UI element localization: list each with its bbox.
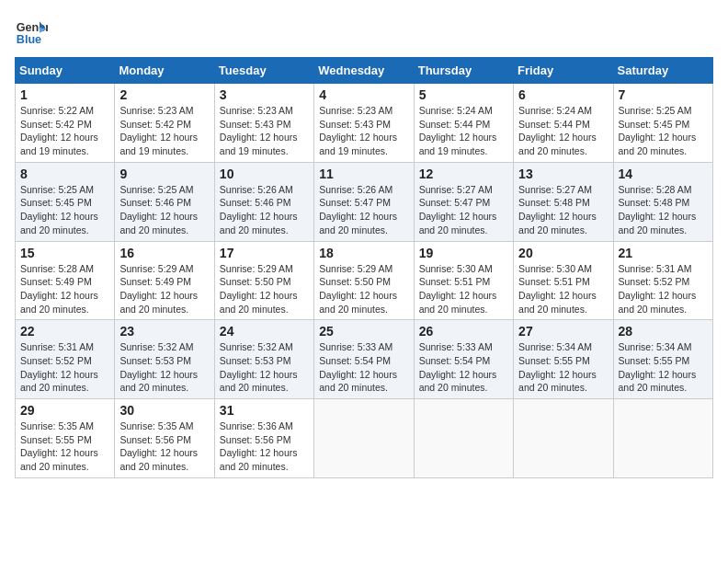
- day-info: Sunrise: 5:29 AM Sunset: 5:49 PM Dayligh…: [119, 262, 209, 316]
- calendar-cell: 23Sunrise: 5:32 AM Sunset: 5:53 PM Dayli…: [115, 320, 214, 399]
- logo: General Blue: [15, 15, 48, 48]
- day-number: 22: [20, 324, 109, 339]
- day-info: Sunrise: 5:31 AM Sunset: 5:52 PM Dayligh…: [20, 340, 109, 395]
- calendar-week-1: 1Sunrise: 5:22 AM Sunset: 5:42 PM Daylig…: [16, 84, 713, 163]
- day-info: Sunrise: 5:27 AM Sunset: 5:47 PM Dayligh…: [419, 183, 508, 237]
- calendar-cell: [613, 399, 712, 478]
- calendar-cell: 19Sunrise: 5:30 AM Sunset: 5:51 PM Dayli…: [414, 241, 513, 320]
- day-number: 18: [319, 246, 408, 260]
- day-info: Sunrise: 5:25 AM Sunset: 5:45 PM Dayligh…: [619, 104, 708, 158]
- day-info: Sunrise: 5:26 AM Sunset: 5:47 PM Dayligh…: [319, 183, 408, 237]
- day-info: Sunrise: 5:34 AM Sunset: 5:55 PM Dayligh…: [518, 340, 608, 395]
- day-info: Sunrise: 5:25 AM Sunset: 5:46 PM Dayligh…: [119, 183, 209, 237]
- day-number: 29: [20, 403, 109, 418]
- calendar-cell: 24Sunrise: 5:32 AM Sunset: 5:53 PM Dayli…: [214, 320, 313, 399]
- day-info: Sunrise: 5:23 AM Sunset: 5:42 PM Dayligh…: [119, 104, 209, 158]
- calendar-cell: 29Sunrise: 5:35 AM Sunset: 5:55 PM Dayli…: [16, 399, 115, 478]
- calendar-cell: 6Sunrise: 5:24 AM Sunset: 5:44 PM Daylig…: [514, 84, 613, 163]
- day-number: 24: [220, 324, 309, 339]
- day-number: 23: [119, 324, 209, 339]
- day-number: 30: [119, 403, 209, 418]
- day-info: Sunrise: 5:24 AM Sunset: 5:44 PM Dayligh…: [419, 104, 508, 158]
- calendar-table: SundayMondayTuesdayWednesdayThursdayFrid…: [15, 57, 713, 478]
- calendar-cell: 1Sunrise: 5:22 AM Sunset: 5:42 PM Daylig…: [16, 84, 115, 163]
- logo-icon: General Blue: [15, 15, 48, 48]
- calendar-cell: 31Sunrise: 5:36 AM Sunset: 5:56 PM Dayli…: [214, 399, 313, 478]
- day-info: Sunrise: 5:29 AM Sunset: 5:50 PM Dayligh…: [220, 262, 309, 316]
- day-info: Sunrise: 5:25 AM Sunset: 5:45 PM Dayligh…: [20, 183, 109, 237]
- calendar-cell: 22Sunrise: 5:31 AM Sunset: 5:52 PM Dayli…: [16, 320, 115, 399]
- svg-text:Blue: Blue: [17, 33, 41, 46]
- day-number: 3: [220, 87, 309, 102]
- calendar-cell: 16Sunrise: 5:29 AM Sunset: 5:49 PM Dayli…: [115, 241, 214, 320]
- day-number: 13: [518, 167, 608, 181]
- day-number: 14: [619, 167, 708, 181]
- day-number: 2: [119, 87, 209, 102]
- day-number: 1: [20, 87, 109, 102]
- day-info: Sunrise: 5:35 AM Sunset: 5:56 PM Dayligh…: [119, 419, 209, 474]
- calendar-cell: 5Sunrise: 5:24 AM Sunset: 5:44 PM Daylig…: [414, 84, 513, 163]
- calendar-cell: 20Sunrise: 5:30 AM Sunset: 5:51 PM Dayli…: [514, 241, 613, 320]
- calendar-cell: 18Sunrise: 5:29 AM Sunset: 5:50 PM Dayli…: [314, 241, 414, 320]
- calendar-cell: 8Sunrise: 5:25 AM Sunset: 5:45 PM Daylig…: [16, 162, 115, 241]
- day-info: Sunrise: 5:33 AM Sunset: 5:54 PM Dayligh…: [319, 340, 408, 395]
- day-info: Sunrise: 5:30 AM Sunset: 5:51 PM Dayligh…: [518, 262, 608, 316]
- day-number: 10: [220, 167, 309, 181]
- day-number: 4: [319, 87, 408, 102]
- day-number: 5: [419, 87, 508, 102]
- day-number: 20: [518, 246, 608, 260]
- day-number: 12: [419, 167, 508, 181]
- calendar-cell: [414, 399, 513, 478]
- day-info: Sunrise: 5:35 AM Sunset: 5:55 PM Dayligh…: [20, 419, 109, 474]
- day-number: 6: [518, 87, 608, 102]
- day-info: Sunrise: 5:23 AM Sunset: 5:43 PM Dayligh…: [220, 104, 309, 158]
- day-number: 17: [220, 246, 309, 260]
- day-info: Sunrise: 5:29 AM Sunset: 5:50 PM Dayligh…: [319, 262, 408, 316]
- calendar-cell: 13Sunrise: 5:27 AM Sunset: 5:48 PM Dayli…: [514, 162, 613, 241]
- day-info: Sunrise: 5:30 AM Sunset: 5:51 PM Dayligh…: [419, 262, 508, 316]
- calendar-week-3: 15Sunrise: 5:28 AM Sunset: 5:49 PM Dayli…: [16, 241, 713, 320]
- page-header: General Blue: [15, 15, 713, 48]
- calendar-cell: 12Sunrise: 5:27 AM Sunset: 5:47 PM Dayli…: [414, 162, 513, 241]
- day-number: 11: [319, 167, 408, 181]
- calendar-cell: 26Sunrise: 5:33 AM Sunset: 5:54 PM Dayli…: [414, 320, 513, 399]
- day-info: Sunrise: 5:27 AM Sunset: 5:48 PM Dayligh…: [518, 183, 608, 237]
- calendar-cell: [514, 399, 613, 478]
- calendar-cell: 7Sunrise: 5:25 AM Sunset: 5:45 PM Daylig…: [613, 84, 712, 163]
- calendar-cell: 15Sunrise: 5:28 AM Sunset: 5:49 PM Dayli…: [16, 241, 115, 320]
- col-header-saturday: Saturday: [613, 58, 712, 84]
- calendar-cell: 25Sunrise: 5:33 AM Sunset: 5:54 PM Dayli…: [314, 320, 414, 399]
- calendar-cell: 28Sunrise: 5:34 AM Sunset: 5:55 PM Dayli…: [613, 320, 712, 399]
- calendar-cell: 17Sunrise: 5:29 AM Sunset: 5:50 PM Dayli…: [214, 241, 313, 320]
- calendar-header-row: SundayMondayTuesdayWednesdayThursdayFrid…: [16, 58, 713, 84]
- day-info: Sunrise: 5:23 AM Sunset: 5:43 PM Dayligh…: [319, 104, 408, 158]
- calendar-cell: [314, 399, 414, 478]
- day-info: Sunrise: 5:34 AM Sunset: 5:55 PM Dayligh…: [619, 340, 708, 395]
- col-header-tuesday: Tuesday: [214, 58, 313, 84]
- calendar-week-5: 29Sunrise: 5:35 AM Sunset: 5:55 PM Dayli…: [16, 399, 713, 478]
- day-number: 31: [220, 403, 309, 418]
- calendar-cell: 27Sunrise: 5:34 AM Sunset: 5:55 PM Dayli…: [514, 320, 613, 399]
- calendar-week-2: 8Sunrise: 5:25 AM Sunset: 5:45 PM Daylig…: [16, 162, 713, 241]
- day-info: Sunrise: 5:32 AM Sunset: 5:53 PM Dayligh…: [119, 340, 209, 395]
- day-number: 25: [319, 324, 408, 339]
- day-number: 7: [619, 87, 708, 102]
- col-header-wednesday: Wednesday: [314, 58, 414, 84]
- calendar-cell: 11Sunrise: 5:26 AM Sunset: 5:47 PM Dayli…: [314, 162, 414, 241]
- calendar-cell: 10Sunrise: 5:26 AM Sunset: 5:46 PM Dayli…: [214, 162, 313, 241]
- day-number: 19: [419, 246, 508, 260]
- col-header-friday: Friday: [514, 58, 613, 84]
- day-info: Sunrise: 5:28 AM Sunset: 5:49 PM Dayligh…: [20, 262, 109, 316]
- day-info: Sunrise: 5:26 AM Sunset: 5:46 PM Dayligh…: [220, 183, 309, 237]
- day-number: 27: [518, 324, 608, 339]
- col-header-sunday: Sunday: [16, 58, 115, 84]
- calendar-cell: 14Sunrise: 5:28 AM Sunset: 5:48 PM Dayli…: [613, 162, 712, 241]
- day-info: Sunrise: 5:22 AM Sunset: 5:42 PM Dayligh…: [20, 104, 109, 158]
- day-number: 15: [20, 246, 109, 260]
- day-info: Sunrise: 5:32 AM Sunset: 5:53 PM Dayligh…: [220, 340, 309, 395]
- calendar-cell: 30Sunrise: 5:35 AM Sunset: 5:56 PM Dayli…: [115, 399, 214, 478]
- day-info: Sunrise: 5:28 AM Sunset: 5:48 PM Dayligh…: [619, 183, 708, 237]
- calendar-cell: 21Sunrise: 5:31 AM Sunset: 5:52 PM Dayli…: [613, 241, 712, 320]
- calendar-cell: 3Sunrise: 5:23 AM Sunset: 5:43 PM Daylig…: [214, 84, 313, 163]
- col-header-monday: Monday: [115, 58, 214, 84]
